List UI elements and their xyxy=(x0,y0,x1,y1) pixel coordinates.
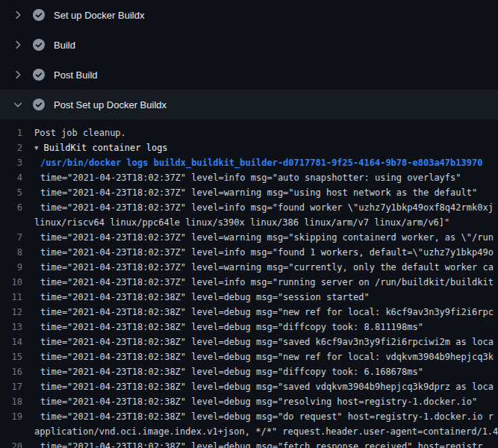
log-text: time="2021-04-23T18:02:37Z" level=info m… xyxy=(34,275,498,290)
log-text: time="2021-04-23T18:02:37Z" level=warnin… xyxy=(34,260,498,275)
log-text: time="2021-04-23T18:02:37Z" level=info m… xyxy=(34,245,498,260)
log-text: time="2021-04-23T18:02:38Z" level=debug … xyxy=(34,379,498,394)
log-line: 1 Post job cleanup. xyxy=(0,125,498,140)
log-line: 17 time="2021-04-23T18:02:38Z" level=deb… xyxy=(0,379,498,394)
step-build[interactable]: Build xyxy=(0,30,498,60)
log-text: application/vnd.oci.image.index.v1+json,… xyxy=(34,424,498,439)
group-expand-icon[interactable]: ▼ xyxy=(34,140,38,155)
log-text: time="2021-04-23T18:02:38Z" level=debug … xyxy=(34,409,498,424)
step-post-build[interactable]: Post Build xyxy=(0,60,498,90)
log-line: 12 time="2021-04-23T18:02:38Z" level=deb… xyxy=(0,305,498,320)
log-line: 18 time="2021-04-23T18:02:38Z" level=deb… xyxy=(0,394,498,409)
log-line: 13 time="2021-04-23T18:02:38Z" level=deb… xyxy=(0,320,498,335)
log-group-header[interactable]: 2 ▼ BuildKit container logs xyxy=(0,140,498,155)
log-line: 15 time="2021-04-23T18:02:38Z" level=deb… xyxy=(0,349,498,364)
line-number[interactable]: 15 xyxy=(0,349,34,364)
log-line: 7 time="2021-04-23T18:02:37Z" level=warn… xyxy=(0,230,498,245)
step-post-setup-docker-buildx[interactable]: Post Set up Docker Buildx xyxy=(0,90,498,119)
log-line: 6 time="2021-04-23T18:02:37Z" level=info… xyxy=(0,200,498,215)
chevron-down-icon xyxy=(12,99,24,111)
log-text: time="2021-04-23T18:02:37Z" level=warnin… xyxy=(34,185,498,200)
line-number[interactable]: 17 xyxy=(0,379,34,394)
log-text: Post job cleanup. xyxy=(34,125,498,140)
line-number[interactable]: 7 xyxy=(0,230,34,245)
chevron-right-icon xyxy=(12,69,24,81)
log-text: time="2021-04-23T18:02:38Z" level=debug … xyxy=(34,335,498,349)
line-number[interactable]: 12 xyxy=(0,305,34,320)
line-number[interactable]: 14 xyxy=(0,335,34,349)
log-text: linux/riscv64 linux/ppc64le linux/s390x … xyxy=(34,215,498,230)
log-text: time="2021-04-23T18:02:38Z" level=debug … xyxy=(34,290,498,305)
workflow-steps-panel: Set up Docker Buildx Build Post Build Po… xyxy=(0,0,498,448)
log-line: 8 time="2021-04-23T18:02:37Z" level=info… xyxy=(0,245,498,260)
log-line: 11 time="2021-04-23T18:02:38Z" level=deb… xyxy=(0,290,498,305)
line-number[interactable]: 4 xyxy=(0,170,34,185)
check-circle-icon xyxy=(33,9,45,21)
line-number[interactable]: 13 xyxy=(0,320,34,335)
log-line: 19 time="2021-04-23T18:02:38Z" level=deb… xyxy=(0,409,498,424)
line-number xyxy=(0,215,34,230)
log-text: time="2021-04-23T18:02:38Z" level=debug … xyxy=(34,439,498,448)
line-number[interactable]: 19 xyxy=(0,409,34,424)
step-label: Set up Docker Buildx xyxy=(54,10,144,21)
log-text: time="2021-04-23T18:02:37Z" level=warnin… xyxy=(34,230,498,245)
log-text: time="2021-04-23T18:02:38Z" level=debug … xyxy=(34,305,498,320)
line-number[interactable]: 5 xyxy=(0,185,34,200)
log-line: 5 time="2021-04-23T18:02:37Z" level=warn… xyxy=(0,185,498,200)
log-line: 4 time="2021-04-23T18:02:37Z" level=info… xyxy=(0,170,498,185)
line-number[interactable]: 2 xyxy=(0,140,34,155)
log-line-wrap-continuation: linux/riscv64 linux/ppc64le linux/s390x … xyxy=(0,215,498,230)
log-text: time="2021-04-23T18:02:38Z" level=debug … xyxy=(34,320,498,335)
check-circle-icon xyxy=(33,69,45,81)
log-group-title: BuildKit container logs xyxy=(43,140,498,155)
log-line: 16 time="2021-04-23T18:02:38Z" level=deb… xyxy=(0,364,498,379)
line-number[interactable]: 3 xyxy=(0,155,34,170)
step-log-output: 1 Post job cleanup. 2 ▼ BuildKit contain… xyxy=(0,119,498,448)
log-line-wrap-continuation: application/vnd.oci.image.index.v1+json,… xyxy=(0,424,498,439)
log-text: time="2021-04-23T18:02:37Z" level=info m… xyxy=(34,170,498,185)
log-line: 20 time="2021-04-23T18:02:38Z" level=deb… xyxy=(0,439,498,448)
log-line: 10 time="2021-04-23T18:02:37Z" level=inf… xyxy=(0,275,498,290)
log-line: 9 time="2021-04-23T18:02:37Z" level=warn… xyxy=(0,260,498,275)
line-number[interactable]: 10 xyxy=(0,275,34,290)
check-circle-icon xyxy=(33,39,45,51)
line-number[interactable]: 6 xyxy=(0,200,34,215)
step-label: Post Build xyxy=(54,69,98,81)
log-line-command: 3 /usr/bin/docker logs buildx_buildkit_b… xyxy=(0,155,498,170)
line-number[interactable]: 18 xyxy=(0,394,34,409)
line-number[interactable]: 11 xyxy=(0,290,34,305)
step-label: Build xyxy=(54,40,75,51)
line-number[interactable]: 1 xyxy=(0,125,34,140)
check-circle-icon xyxy=(33,99,45,111)
line-number[interactable]: 20 xyxy=(0,439,34,448)
line-number xyxy=(0,424,34,439)
line-number[interactable]: 16 xyxy=(0,364,34,379)
chevron-right-icon xyxy=(12,39,24,51)
chevron-right-icon xyxy=(12,9,24,21)
step-setup-docker-buildx[interactable]: Set up Docker Buildx xyxy=(0,0,498,30)
log-command-text: /usr/bin/docker logs buildx_buildkit_bui… xyxy=(34,155,498,170)
log-text: time="2021-04-23T18:02:38Z" level=debug … xyxy=(34,394,498,409)
step-label: Post Set up Docker Buildx xyxy=(54,99,166,111)
line-number[interactable]: 8 xyxy=(0,245,34,260)
log-text: time="2021-04-23T18:02:37Z" level=info m… xyxy=(34,200,498,215)
log-text: time="2021-04-23T18:02:38Z" level=debug … xyxy=(34,349,498,364)
line-number[interactable]: 9 xyxy=(0,260,34,275)
log-text: time="2021-04-23T18:02:38Z" level=debug … xyxy=(34,364,498,379)
log-line: 14 time="2021-04-23T18:02:38Z" level=deb… xyxy=(0,335,498,349)
